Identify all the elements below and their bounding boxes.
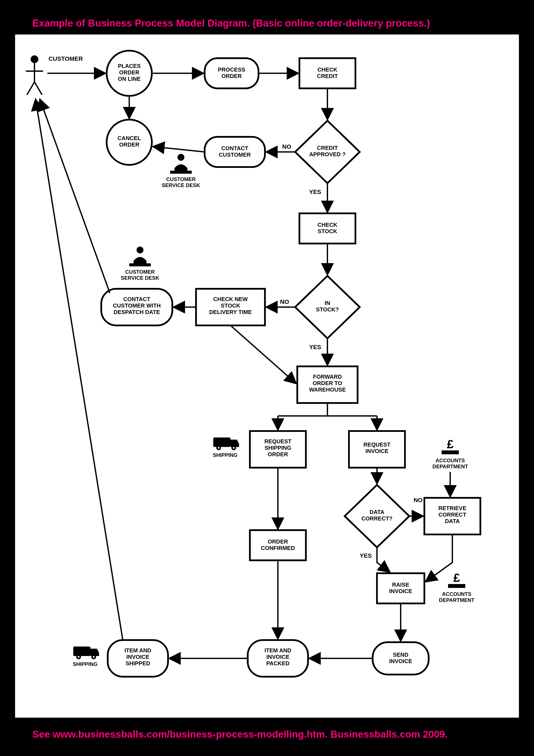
accounts-icon-2: £ <box>448 571 465 588</box>
customer-icon <box>26 55 43 95</box>
svg-rect-41 <box>129 263 151 266</box>
node-data-correct: DATA CORRECT? <box>345 485 409 547</box>
svg-text:WAREHOUSE: WAREHOUSE <box>309 387 346 393</box>
node-item-packed: ITEM AND INVOICE PACKED <box>248 640 308 677</box>
svg-text:CHECK NEW: CHECK NEW <box>213 296 248 302</box>
node-check-stock: CHECK STOCK <box>299 213 355 244</box>
svg-text:STOCK?: STOCK? <box>316 306 339 313</box>
csd-label-2b: SERVICE DESK <box>121 275 159 281</box>
svg-text:ITEM AND: ITEM AND <box>265 647 292 654</box>
svg-text:ORDER: ORDER <box>119 141 140 148</box>
svg-text:REQUEST: REQUEST <box>363 441 391 448</box>
svg-text:DELIVERY TIME: DELIVERY TIME <box>209 309 252 315</box>
node-item-shipped: ITEM AND INVOICE SHIPPED <box>108 640 168 677</box>
node-process-order: PROCESS ORDER <box>205 58 259 88</box>
yes-label-2: YES <box>309 344 321 350</box>
shipping-icon-1 <box>213 438 239 450</box>
svg-text:£: £ <box>447 437 453 451</box>
svg-text:SEND: SEND <box>393 652 408 658</box>
page-footer: See www.businessballs.com/business-proce… <box>32 728 447 740</box>
accounts-icon-1: £ <box>442 437 459 454</box>
node-check-new-stock: CHECK NEW STOCK DELIVERY TIME <box>196 289 265 325</box>
node-places-order: PLACES ORDER ON LINE <box>107 51 152 96</box>
accounts-label-1b: DEPARTMENT <box>433 464 468 470</box>
svg-text:ON LINE: ON LINE <box>118 76 140 82</box>
node-credit-approved: CREDIT APPROVED ? <box>295 121 360 183</box>
svg-point-40 <box>137 247 143 254</box>
node-send-invoice: SEND INVOICE <box>373 642 429 675</box>
svg-rect-59 <box>442 450 459 454</box>
page-title: Example of Business Process Model Diagra… <box>32 17 430 29</box>
svg-text:CORRECT: CORRECT <box>439 511 466 518</box>
svg-text:RAISE: RAISE <box>392 581 409 588</box>
svg-text:DATA: DATA <box>369 509 385 515</box>
svg-text:CONTACT: CONTACT <box>221 145 248 151</box>
accounts-label-1a: ACCOUNTS <box>436 458 465 463</box>
node-raise-invoice: RAISE INVOICE <box>377 573 424 604</box>
csd-icon-2 <box>129 247 151 266</box>
svg-point-21 <box>177 154 184 161</box>
shipping-label-1: SHIPPING <box>213 452 238 458</box>
svg-line-102 <box>231 325 296 384</box>
svg-text:STOCK: STOCK <box>318 228 337 234</box>
svg-text:INVOICE: INVOICE <box>267 654 290 660</box>
svg-text:ORDER: ORDER <box>268 451 288 458</box>
svg-text:IN: IN <box>325 300 330 306</box>
page-root: Example of Business Process Model Diagra… <box>0 0 534 756</box>
svg-text:CANCEL: CANCEL <box>117 135 141 141</box>
svg-text:STOCK: STOCK <box>221 302 241 309</box>
svg-text:CUSTOMER: CUSTOMER <box>219 151 251 158</box>
node-check-credit: CHECK CREDIT <box>299 58 355 88</box>
yes-label-1: YES <box>309 189 321 195</box>
svg-point-0 <box>31 55 38 63</box>
csd-label-2: CUSTOMER <box>125 269 155 275</box>
svg-text:ORDER: ORDER <box>119 69 140 76</box>
node-request-invoice: REQUEST INVOICE <box>349 431 405 468</box>
node-contact-despatch: CONTACT CUSTOMER WITH DESPATCH DATE <box>101 289 172 325</box>
svg-rect-86 <box>73 647 90 656</box>
node-forward-warehouse: FORWARD ORDER TO WAREHOUSE <box>297 366 358 403</box>
yes-label-3: YES <box>360 552 372 559</box>
svg-text:CUSTOMER WITH: CUSTOMER WITH <box>113 302 161 309</box>
csd-label-1: CUSTOMER <box>166 176 196 182</box>
svg-line-116 <box>40 99 110 293</box>
svg-text:CONFIRMED: CONFIRMED <box>261 545 295 551</box>
svg-text:DATA: DATA <box>445 518 460 524</box>
svg-text:PACKED: PACKED <box>266 660 290 666</box>
svg-point-88 <box>78 656 80 658</box>
svg-point-55 <box>218 447 219 449</box>
shipping-icon-2 <box>73 647 99 659</box>
svg-text:INVOICE: INVOICE <box>389 658 412 664</box>
no-label-3: NO <box>414 497 423 503</box>
node-contact-customer: CONTACT CUSTOMER <box>205 137 265 167</box>
csd-icon-1 <box>170 154 192 174</box>
node-cancel-order: CANCEL ORDER <box>107 120 152 165</box>
svg-text:CORRECT?: CORRECT? <box>362 515 393 522</box>
svg-text:REQUEST: REQUEST <box>264 438 292 445</box>
svg-text:£: £ <box>453 571 460 584</box>
flowchart-svg: CUSTOMER PLACES ORDER ON LINE PROCESS OR… <box>15 35 519 717</box>
csd-label-1b: SERVICE DESK <box>162 182 200 188</box>
accounts-label-2a: ACCOUNTS <box>442 591 471 597</box>
svg-text:DESPATCH DATE: DESPATCH DATE <box>114 309 160 315</box>
svg-point-90 <box>93 656 94 658</box>
node-in-stock: IN STOCK? <box>295 276 360 338</box>
svg-text:INVOICE: INVOICE <box>366 448 389 454</box>
svg-line-4 <box>35 82 42 95</box>
svg-text:ORDER: ORDER <box>268 538 288 545</box>
svg-line-3 <box>27 82 35 95</box>
svg-text:SHIPPED: SHIPPED <box>126 660 150 666</box>
svg-text:CREDIT: CREDIT <box>317 73 338 79</box>
no-label-1: NO <box>282 143 291 150</box>
no-label-2: NO <box>280 298 289 305</box>
svg-text:CONTACT: CONTACT <box>123 296 150 302</box>
svg-rect-74 <box>448 584 465 588</box>
svg-line-96 <box>153 147 205 152</box>
customer-label: CUSTOMER <box>48 55 83 62</box>
svg-text:RETRIEVE: RETRIEVE <box>438 505 466 511</box>
diagram-canvas: CUSTOMER PLACES ORDER ON LINE PROCESS OR… <box>15 35 519 717</box>
svg-text:ORDER: ORDER <box>221 73 242 79</box>
svg-text:ITEM AND: ITEM AND <box>124 647 151 654</box>
svg-text:CHECK: CHECK <box>318 67 338 73</box>
svg-text:FORWARD: FORWARD <box>313 373 342 380</box>
